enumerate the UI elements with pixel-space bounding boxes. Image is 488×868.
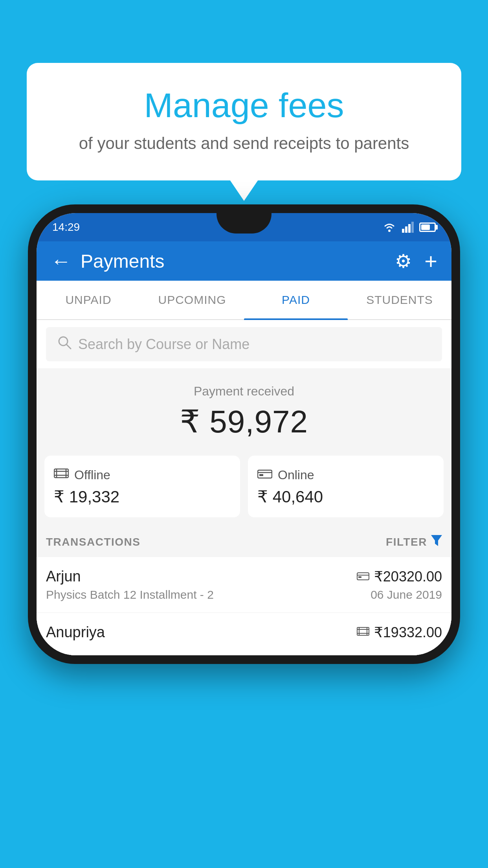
page-title: Payments [81, 250, 385, 272]
payment-amount: ₹ 59,972 [44, 403, 444, 440]
trans-name-2: Anupriya [46, 624, 105, 641]
status-icons [382, 222, 436, 233]
search-icon [57, 335, 72, 353]
trans-name-1: Arjun [46, 568, 81, 585]
offline-label: Offline [74, 468, 110, 482]
trans-course-1: Physics Batch 12 Installment - 2 [46, 588, 214, 601]
transaction-top-2: Anupriya ₹1933 [46, 624, 442, 641]
transaction-top-1: Arjun ₹20320.00 [46, 568, 442, 585]
app-header: ← Payments ⚙ + [37, 241, 451, 281]
back-button[interactable]: ← [51, 251, 71, 271]
status-bar: 14:29 [37, 213, 451, 241]
trans-card-icon-1 [357, 569, 369, 584]
tab-students[interactable]: STUDENTS [348, 281, 451, 319]
trans-date-1: 06 June 2019 [371, 588, 442, 601]
trans-amount-2: ₹19332.00 [374, 624, 442, 641]
transaction-row-2[interactable]: Anupriya ₹1933 [37, 613, 451, 655]
signal-icon [402, 222, 414, 233]
speech-bubble: Manage fees of your students and send re… [27, 63, 461, 180]
svg-point-0 [388, 230, 391, 232]
trans-amount-wrap-1: ₹20320.00 [357, 568, 442, 585]
trans-amount-wrap-2: ₹19332.00 [357, 624, 442, 641]
cash-icon [54, 467, 69, 483]
battery-icon [419, 223, 436, 232]
offline-card-header: Offline [54, 467, 231, 483]
tab-unpaid[interactable]: UNPAID [37, 281, 140, 319]
online-card-header: Online [257, 467, 434, 483]
settings-button[interactable]: ⚙ [395, 250, 412, 272]
tabs-bar: UNPAID UPCOMING PAID STUDENTS [37, 281, 451, 320]
svg-rect-2 [405, 226, 407, 233]
transactions-header: TRANSACTIONS FILTER [37, 527, 451, 557]
svg-rect-1 [402, 229, 404, 233]
add-button[interactable]: + [424, 248, 437, 274]
payment-summary: Payment received ₹ 59,972 [37, 368, 451, 449]
online-label: Online [278, 468, 314, 482]
svg-rect-14 [259, 474, 263, 476]
filter-label: FILTER [386, 536, 427, 548]
svg-line-6 [66, 344, 71, 349]
search-placeholder: Search by Course or Name [78, 336, 250, 353]
offline-card: Offline ₹ 19,332 [44, 456, 240, 517]
online-card: Online ₹ 40,640 [248, 456, 444, 517]
filter-button[interactable]: FILTER [386, 535, 442, 549]
tab-paid[interactable]: PAID [244, 281, 348, 319]
status-time: 14:29 [52, 221, 80, 234]
tab-upcoming[interactable]: UPCOMING [140, 281, 244, 319]
card-icon [257, 467, 272, 483]
search-container: Search by Course or Name [37, 320, 451, 368]
trans-cash-icon-2 [357, 625, 369, 640]
transactions-label: TRANSACTIONS [46, 536, 140, 548]
search-box[interactable]: Search by Course or Name [46, 327, 442, 361]
trans-amount-1: ₹20320.00 [374, 568, 442, 585]
phone-screen: 14:29 [37, 213, 451, 655]
cards-row: Offline ₹ 19,332 [37, 449, 451, 527]
svg-marker-15 [431, 535, 442, 546]
svg-rect-4 [411, 222, 414, 233]
online-amount: ₹ 40,640 [257, 487, 434, 506]
payment-label: Payment received [44, 384, 444, 399]
offline-amount: ₹ 19,332 [54, 487, 231, 506]
phone-mockup: 14:29 [28, 204, 460, 664]
svg-rect-3 [408, 224, 411, 233]
notch [216, 213, 272, 234]
svg-rect-18 [358, 576, 361, 578]
phone-frame: 14:29 [28, 204, 460, 664]
wifi-icon [382, 222, 396, 233]
filter-icon [431, 535, 442, 549]
bubble-subtitle: of your students and send receipts to pa… [42, 134, 446, 153]
content-area: Search by Course or Name Payment receive… [37, 320, 451, 655]
transaction-bottom-1: Physics Batch 12 Installment - 2 06 June… [46, 588, 442, 601]
transaction-row-1[interactable]: Arjun ₹20320.00 [37, 557, 451, 613]
bubble-title: Manage fees [42, 86, 446, 125]
